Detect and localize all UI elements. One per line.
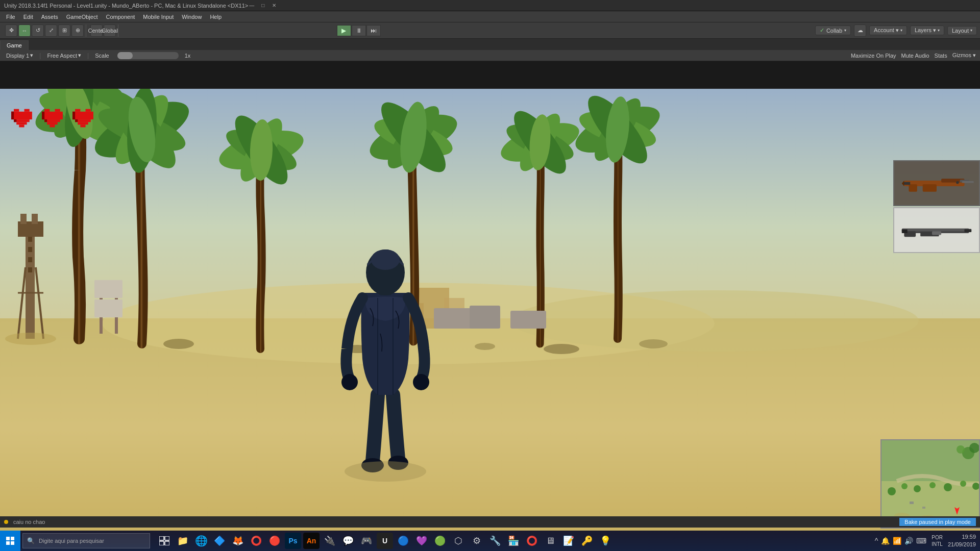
play-controls: ▶ ⏸ ⏭ xyxy=(337,25,381,36)
layers-label: Layers ▾ xyxy=(915,27,936,34)
firefox-icon[interactable]: 🦊 xyxy=(230,533,246,549)
step-button[interactable]: ⏭ xyxy=(366,25,381,36)
unity-taskbar-icon[interactable]: U xyxy=(377,533,393,549)
svg-rect-74 xyxy=(24,109,30,112)
svg-rect-86 xyxy=(42,117,63,119)
svg-rect-62 xyxy=(94,299,122,317)
aspect-dropdown-icon: ▾ xyxy=(78,52,81,59)
svg-rect-141 xyxy=(165,541,169,545)
layout-button[interactable]: Layout ▾ xyxy=(947,26,977,35)
pause-button[interactable]: ⏸ xyxy=(352,25,366,36)
scale-item: Scale xyxy=(93,52,111,59)
menu-component[interactable]: Component xyxy=(102,13,139,21)
rotate-tool-button[interactable]: ↺ xyxy=(32,24,44,37)
transform-tool-button[interactable]: ⊕ xyxy=(71,24,84,37)
menu-edit[interactable]: Edit xyxy=(19,13,37,21)
task-view-button[interactable] xyxy=(156,533,173,549)
search-bar[interactable]: 🔍 Digite aqui para pesquisar xyxy=(22,533,150,548)
layout-label: Layout xyxy=(952,28,969,34)
titlebar-title: Unity 2018.3.14f1 Personal - Level1.unit… xyxy=(4,3,248,9)
menu-assets[interactable]: Assets xyxy=(37,13,62,21)
menu-file[interactable]: File xyxy=(2,13,19,21)
svg-rect-79 xyxy=(16,122,27,124)
pivot-group: Center Global xyxy=(88,24,118,37)
account-dropdown-icon: ▾ xyxy=(900,28,902,33)
move-tool-button[interactable]: ↔ xyxy=(18,24,31,37)
settings-icon-taskbar[interactable]: ⚙ xyxy=(469,533,485,549)
close-button[interactable]: ✕ xyxy=(271,2,278,9)
account-button[interactable]: Account ▾ ▾ xyxy=(869,26,907,35)
menu-mobile-input[interactable]: Mobile Input xyxy=(139,13,178,21)
menu-window[interactable]: Window xyxy=(178,13,206,21)
layers-button[interactable]: Layers ▾ ▾ xyxy=(910,26,944,35)
stats-button[interactable]: Stats xyxy=(935,53,947,59)
svg-rect-9 xyxy=(28,247,32,252)
notepad-icon[interactable]: 📝 xyxy=(560,533,577,549)
maximize-on-play-button[interactable]: Maximize On Play xyxy=(851,53,896,59)
cloud-button[interactable]: ☁ xyxy=(854,24,866,37)
animate-icon[interactable]: An xyxy=(303,533,320,549)
aspect-selector[interactable]: Free Aspect ▾ xyxy=(45,52,83,59)
monitor-icon[interactable]: 🖥 xyxy=(542,533,558,549)
svg-rect-56 xyxy=(434,308,475,329)
gamepad-icon[interactable]: 🎮 xyxy=(358,533,375,549)
light-icon[interactable]: 💡 xyxy=(597,533,614,549)
tool-icon[interactable]: 🔧 xyxy=(487,533,503,549)
filezilla-icon[interactable]: 🔌 xyxy=(322,533,338,549)
minimize-button[interactable]: — xyxy=(248,2,255,9)
play-button[interactable]: ▶ xyxy=(337,25,351,36)
notification-icon[interactable]: 🔔 xyxy=(881,537,890,545)
svg-rect-75 xyxy=(11,112,32,117)
scale-tool-button[interactable]: ⤢ xyxy=(45,24,57,37)
cortana-icon[interactable]: ⭕ xyxy=(524,533,540,549)
blender-icon[interactable]: 🔵 xyxy=(395,533,411,549)
svg-rect-77 xyxy=(11,117,32,119)
svg-point-54 xyxy=(544,344,579,354)
menu-help[interactable]: Help xyxy=(206,13,226,21)
hand-tool-button[interactable]: ✥ xyxy=(5,24,17,37)
taskbar-tray: ^ 🔔 📶 🔊 ⌨ POR INTL 19:59 21/09/2019 xyxy=(871,533,980,549)
mute-audio-button[interactable]: Mute Audio xyxy=(901,53,929,59)
language-indicator[interactable]: POR INTL xyxy=(929,534,945,547)
start-button[interactable] xyxy=(0,531,20,551)
heart-1 xyxy=(10,104,36,130)
collab-button[interactable]: ✓ Collab ▾ xyxy=(815,26,851,35)
display-dropdown-icon: ▾ xyxy=(30,52,33,59)
visual-studio-icon[interactable]: 💜 xyxy=(413,533,430,549)
windows-store-icon[interactable]: 🏪 xyxy=(505,533,522,549)
network-icon[interactable]: 📶 xyxy=(893,537,901,545)
tab-game[interactable]: Game xyxy=(0,40,29,50)
scale-slider[interactable] xyxy=(117,52,179,59)
volume-icon[interactable]: 🔊 xyxy=(904,537,913,545)
center-button[interactable]: Center xyxy=(90,24,103,37)
scale-slider-handle xyxy=(117,52,133,59)
svg-rect-95 xyxy=(72,117,93,119)
system-clock[interactable]: 19:59 21/09/2019 xyxy=(948,533,976,549)
opera-icon[interactable]: ⭕ xyxy=(248,533,264,549)
svg-rect-85 xyxy=(42,112,63,117)
display-selector[interactable]: Display 1 ▾ xyxy=(4,52,35,59)
ie-icon[interactable]: 🔷 xyxy=(211,533,228,549)
menu-gameobject[interactable]: GameObject xyxy=(62,13,102,21)
weapon-slot-2[interactable] xyxy=(893,207,980,253)
tab-game-label: Game xyxy=(7,42,22,48)
weapon-slot-1[interactable] xyxy=(893,160,980,206)
maximize-button[interactable]: □ xyxy=(259,2,266,9)
photoshop-icon[interactable]: Ps xyxy=(285,533,301,549)
show-hidden-icons[interactable]: ^ xyxy=(875,537,878,545)
chrome-icon[interactable]: 🔴 xyxy=(266,533,283,549)
rect-tool-button[interactable]: ⊞ xyxy=(58,24,70,37)
bake-status-text: Bake paused in play mode xyxy=(899,518,976,526)
apps-icon[interactable]: ⬡ xyxy=(450,533,467,549)
edge-browser-icon[interactable]: 🌐 xyxy=(193,533,209,549)
gizmos-button[interactable]: Gizmos ▾ xyxy=(952,52,976,59)
svg-rect-94 xyxy=(72,112,93,117)
file-explorer-icon[interactable]: 📁 xyxy=(175,533,191,549)
keyboard-icon[interactable]: ⌨ xyxy=(916,537,926,545)
global-button[interactable]: Global xyxy=(104,24,116,37)
svg-rect-57 xyxy=(470,306,500,329)
svg-rect-10 xyxy=(28,257,32,262)
discord-icon[interactable]: 💬 xyxy=(340,533,356,549)
key-icon[interactable]: 🔑 xyxy=(579,533,595,549)
ide-icon[interactable]: 🟢 xyxy=(432,533,448,549)
